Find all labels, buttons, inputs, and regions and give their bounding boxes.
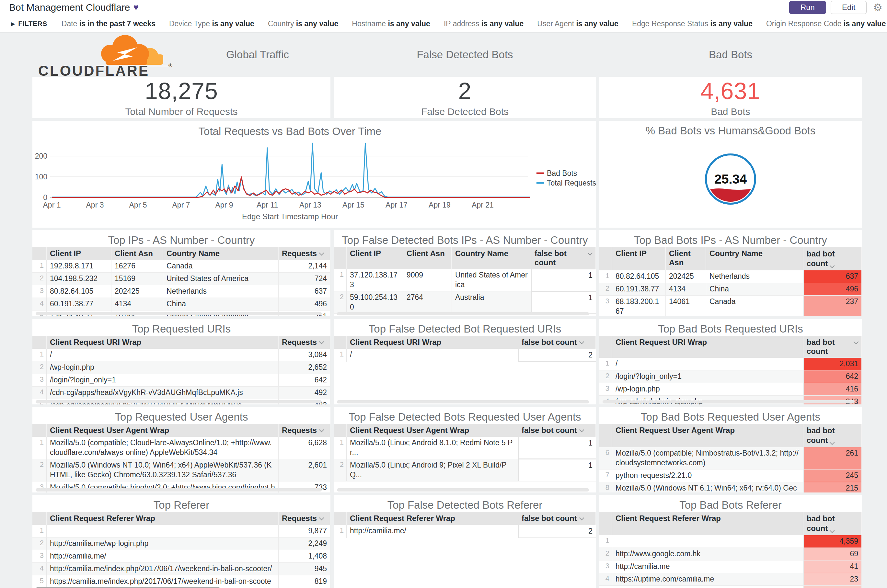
- column-header[interactable]: Requests: [279, 512, 331, 525]
- column-header[interactable]: Client Request URI Wrap: [347, 336, 518, 349]
- column-header[interactable]: Client Asn: [666, 247, 706, 270]
- table-row: 3/wp-login.php416: [599, 383, 862, 396]
- horizontal-scrollbar[interactable]: [337, 488, 589, 492]
- filters-expand-icon[interactable]: ▶: [11, 21, 15, 27]
- column-header[interactable]: Country Name: [452, 247, 531, 269]
- table-cell: 16276: [111, 260, 163, 272]
- horizontal-scrollbar[interactable]: [36, 400, 322, 404]
- column-header[interactable]: false bot count: [518, 336, 596, 349]
- column-header[interactable]: Client IP: [612, 247, 666, 270]
- column-header[interactable]: Client Request URI Wrap: [612, 336, 803, 358]
- column-header[interactable]: Country Name: [163, 247, 279, 260]
- sort-caret-icon: [580, 340, 584, 345]
- column-header[interactable]: Requests: [279, 247, 331, 260]
- filter-item[interactable]: Hostname is any value: [352, 20, 430, 28]
- table-top-uris: Top Requested URIsClient Request URI Wra…: [32, 319, 331, 404]
- column-header[interactable]: bad bot count: [803, 336, 862, 358]
- column-header[interactable]: Client Request User Agent Wrap: [612, 424, 803, 447]
- table-row: 1/3,084: [32, 349, 331, 362]
- horizontal-scrollbar[interactable]: [337, 312, 589, 315]
- column-header[interactable]: Client Request Referer Wrap: [612, 512, 803, 535]
- column-header[interactable]: Client Asn: [403, 247, 452, 269]
- table-false-bot-uris: Top False Detected Bot Requested URIsCli…: [334, 319, 596, 404]
- row-number: 2: [32, 459, 47, 481]
- column-header[interactable]: Client Request Referer Wrap: [47, 512, 279, 525]
- table-row: 1/2,031: [599, 358, 862, 370]
- liquid-gauge: 25.34: [599, 138, 862, 225]
- filter-item[interactable]: Origin Response Code is any value: [766, 20, 886, 28]
- horizontal-scrollbar[interactable]: [36, 312, 322, 315]
- table-cell: China: [163, 298, 279, 310]
- row-number: 2: [599, 370, 612, 383]
- table-header-row: Client IPClient AsnCountry Namebad botco…: [599, 247, 862, 270]
- value-cell: 245: [803, 470, 862, 482]
- table-row: 5https://camilia.me/index.php/2017/06/17…: [32, 575, 331, 588]
- table-bad-bots-uris: Top Bad Bots Requested URIsClient Reques…: [599, 319, 862, 404]
- column-header[interactable]: false bot count: [518, 424, 596, 437]
- value-cell: 496: [803, 283, 862, 295]
- table-row: 7python-requests/2.21.0245: [599, 470, 862, 482]
- horizontal-scrollbar[interactable]: [337, 400, 589, 404]
- value-cell: 945: [279, 563, 331, 575]
- column-header[interactable]: Client Asn: [111, 247, 163, 260]
- horizontal-scrollbar[interactable]: [36, 488, 322, 492]
- column-header[interactable]: false bot count: [518, 512, 596, 525]
- value-cell: 18: [803, 586, 862, 588]
- column-header[interactable]: Client IP: [47, 247, 111, 260]
- svg-text:®: ®: [168, 63, 172, 68]
- table-cell: Australia: [452, 291, 531, 314]
- sort-caret-icon: [830, 441, 834, 445]
- column-header[interactable]: Requests: [279, 336, 331, 349]
- value-cell: 642: [803, 370, 862, 383]
- column-header[interactable]: bad botcount: [803, 424, 862, 447]
- table-bad-bots-referer: Top Bad Bots RefererClient Request Refer…: [599, 495, 862, 588]
- value-cell: 2,601: [279, 459, 331, 481]
- table-cell: http://camilia.me/index.php/2017/06/17/w…: [47, 563, 279, 575]
- table-header-row: Client Request URI Wrapfalse bot count: [334, 336, 596, 349]
- sort-caret-icon: [854, 340, 858, 345]
- column-header[interactable]: Country Name: [706, 247, 803, 270]
- column-header[interactable]: Client Request Referer Wrap: [347, 512, 518, 525]
- column-header[interactable]: false bot count: [531, 247, 596, 269]
- filter-item[interactable]: Device Type is any value: [169, 20, 254, 28]
- row-number: 3: [32, 285, 47, 297]
- row-number: 5: [599, 586, 612, 588]
- panel-title: Top Bad Bots Requested User Agents: [599, 407, 862, 424]
- table-row: 8Mozilla/5.0 (Windows NT 6.1; Win64; x64…: [599, 482, 862, 492]
- panel-title: Top Bad Bots Requested URIs: [599, 319, 862, 336]
- column-header[interactable]: bad botcount: [803, 247, 862, 270]
- row-number-header: [32, 247, 47, 260]
- horizontal-scrollbar[interactable]: [603, 400, 855, 404]
- kpi-label: Total Number of Requests: [125, 106, 238, 117]
- table-cell: Canada: [163, 260, 279, 272]
- value-cell: 215: [803, 482, 862, 492]
- filter-item[interactable]: Date is in the past 7 weeks: [62, 20, 155, 28]
- value-cell: 69: [803, 548, 862, 560]
- column-header[interactable]: Requests: [279, 424, 331, 437]
- column-header[interactable]: Client Request User Agent Wrap: [47, 424, 279, 437]
- svg-text:Apr 15: Apr 15: [343, 201, 364, 209]
- value-cell: 6,628: [279, 437, 331, 459]
- svg-text:Bad Bots: Bad Bots: [547, 169, 577, 177]
- edit-button[interactable]: Edit: [831, 1, 867, 14]
- row-number-header: [334, 336, 347, 349]
- filter-item[interactable]: User Agent is any value: [537, 20, 618, 28]
- sort-caret-icon: [580, 516, 584, 520]
- panel-title: % Bad Bots vs Humans&Good Bots: [599, 121, 862, 138]
- column-header[interactable]: Client Request URI Wrap: [47, 336, 279, 349]
- filter-item[interactable]: Edge Response Status is any value: [632, 20, 753, 28]
- svg-text:Apr 5: Apr 5: [129, 201, 147, 209]
- row-number-header: [32, 512, 47, 525]
- column-header[interactable]: Client IP: [347, 247, 403, 269]
- gear-icon[interactable]: ⚙: [871, 1, 884, 14]
- column-header[interactable]: bad botcount: [803, 512, 862, 535]
- cloudflare-logo: CLOUDFLARE ®: [38, 31, 174, 76]
- filter-item[interactable]: Country is any value: [268, 20, 338, 28]
- value-cell: 1: [518, 437, 596, 459]
- filter-item[interactable]: IP address is any value: [444, 20, 523, 28]
- run-button[interactable]: Run: [789, 1, 826, 14]
- table-row: 1/2: [334, 349, 596, 362]
- row-number: 1: [599, 270, 612, 283]
- column-header[interactable]: Client Request User Agent Wrap: [347, 424, 518, 437]
- sort-caret-icon: [319, 516, 324, 520]
